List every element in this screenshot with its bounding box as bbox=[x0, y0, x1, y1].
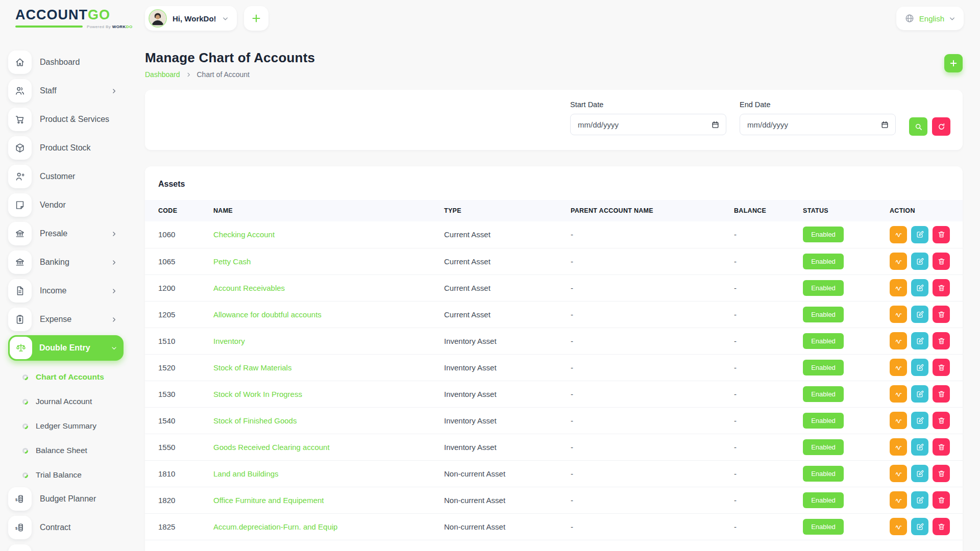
account-name-link[interactable]: Checking Account bbox=[213, 230, 275, 239]
table-row: 1820Office Furniture and EquipementNon-c… bbox=[145, 487, 963, 513]
account-name-link[interactable]: Office Furniture and Equipement bbox=[213, 496, 324, 505]
activity-button[interactable] bbox=[890, 359, 907, 376]
trash-icon bbox=[937, 496, 946, 505]
activity-button[interactable] bbox=[890, 412, 907, 429]
start-date-value[interactable] bbox=[571, 114, 726, 135]
sidebar-item-staff[interactable]: Staff bbox=[8, 79, 124, 103]
edit-button[interactable] bbox=[911, 465, 928, 482]
col-parent: PARENT ACCOUNT NAME bbox=[571, 200, 734, 221]
edit-button[interactable] bbox=[911, 253, 928, 270]
account-name-link[interactable]: Land and Buildings bbox=[213, 469, 279, 478]
activity-icon bbox=[894, 443, 903, 452]
sidebar-subitem-journal-account[interactable]: Journal Account bbox=[8, 389, 145, 414]
activity-button[interactable] bbox=[890, 465, 907, 482]
activity-button[interactable] bbox=[890, 491, 907, 509]
sidebar-item-product-stock[interactable]: Product Stock bbox=[8, 136, 124, 160]
sidebar-subitem-ledger-summary[interactable]: Ledger Summary bbox=[8, 414, 145, 438]
edit-button[interactable] bbox=[911, 359, 928, 376]
account-name-link[interactable]: Allowance for doubtful accounts bbox=[213, 310, 322, 319]
cell-balance: - bbox=[734, 460, 803, 487]
delete-button[interactable] bbox=[933, 279, 950, 296]
edit-button[interactable] bbox=[911, 518, 928, 535]
account-name-link[interactable]: Goods Received Clearing account bbox=[213, 443, 330, 452]
create-account-button[interactable] bbox=[944, 54, 963, 72]
logo-text-primary: ACCOUNT bbox=[15, 7, 88, 22]
activity-button[interactable] bbox=[890, 306, 907, 323]
edit-button[interactable] bbox=[911, 332, 928, 349]
trash-icon bbox=[937, 310, 946, 319]
edit-button[interactable] bbox=[911, 279, 928, 296]
quick-add-button[interactable] bbox=[244, 6, 268, 31]
account-name-link[interactable]: Accum.depreciation-Furn. and Equip bbox=[213, 522, 337, 531]
activity-button[interactable] bbox=[890, 518, 907, 535]
delete-button[interactable] bbox=[933, 412, 950, 429]
sidebar-item-income[interactable]: Income bbox=[8, 279, 124, 303]
cell-type: Non-current Asset bbox=[444, 513, 571, 540]
logo-underline bbox=[15, 26, 83, 28]
delete-button[interactable] bbox=[933, 518, 950, 535]
sidebar-item-expense[interactable]: Expense bbox=[8, 308, 124, 331]
start-date-input[interactable] bbox=[570, 114, 726, 135]
edit-button[interactable] bbox=[911, 412, 928, 429]
delete-button[interactable] bbox=[933, 332, 950, 349]
table-row: 1520Stock of Raw MaterialsInventory Asse… bbox=[145, 354, 963, 381]
delete-button[interactable] bbox=[933, 438, 950, 456]
calendar-icon[interactable] bbox=[711, 120, 720, 129]
sidebar-item-budget-planner[interactable]: $Budget Planner bbox=[8, 487, 124, 511]
sidebar-item-contract[interactable]: $Contract bbox=[8, 516, 124, 539]
sidebar-item-banking[interactable]: Banking bbox=[8, 251, 124, 274]
account-name-link[interactable]: Stock of Finished Goods bbox=[213, 416, 297, 425]
account-name-link[interactable]: Inventory bbox=[213, 337, 245, 345]
edit-button[interactable] bbox=[911, 385, 928, 403]
sidebar-item-double-entry[interactable]: Double Entry bbox=[8, 335, 124, 361]
sidebar-item-presale[interactable]: Presale bbox=[8, 222, 124, 245]
activity-button[interactable] bbox=[890, 385, 907, 403]
cell-type: Inventory Asset bbox=[444, 328, 571, 354]
delete-button[interactable] bbox=[933, 253, 950, 270]
delete-button[interactable] bbox=[933, 359, 950, 376]
sidebar-item-customer[interactable]: Customer bbox=[8, 165, 124, 188]
edit-button[interactable] bbox=[911, 226, 928, 243]
delete-button[interactable] bbox=[933, 491, 950, 509]
sidebar-item-dashboard[interactable]: Dashboard bbox=[8, 51, 124, 74]
status-badge: Enabled bbox=[803, 413, 844, 429]
end-date-input[interactable] bbox=[740, 114, 896, 135]
delete-button[interactable] bbox=[933, 226, 950, 243]
activity-button[interactable] bbox=[890, 438, 907, 456]
breadcrumb-dashboard-link[interactable]: Dashboard bbox=[145, 70, 180, 79]
profile-menu-button[interactable]: Hi, WorkDo! bbox=[145, 6, 237, 31]
account-name-link[interactable]: Account Receivables bbox=[213, 284, 285, 292]
sidebar-item-vendor[interactable]: Vendor bbox=[8, 193, 124, 217]
edit-button[interactable] bbox=[911, 438, 928, 456]
cell-parent: - bbox=[571, 460, 734, 487]
delete-button[interactable] bbox=[933, 306, 950, 323]
search-button[interactable] bbox=[909, 117, 927, 136]
reset-button[interactable] bbox=[932, 117, 950, 136]
cell-name: Stock of Finished Goods bbox=[213, 407, 444, 434]
end-date-value[interactable] bbox=[740, 114, 895, 135]
delete-button[interactable] bbox=[933, 385, 950, 403]
powered-by-text: Powered By WORKDO bbox=[87, 24, 133, 29]
cell-balance: - bbox=[734, 248, 803, 274]
activity-button[interactable] bbox=[890, 226, 907, 243]
sidebar-item-label: Double Entry bbox=[39, 343, 90, 353]
sidebar-subitem-label: Chart of Accounts bbox=[36, 372, 104, 382]
sidebar-item-partial[interactable] bbox=[8, 544, 124, 551]
sidebar-subitem-chart-of-accounts[interactable]: Chart of Accounts bbox=[8, 365, 145, 389]
edit-button[interactable] bbox=[911, 306, 928, 323]
sidebar-subitem-trial-balance[interactable]: Trial Balance bbox=[8, 463, 145, 487]
calendar-icon[interactable] bbox=[880, 120, 889, 129]
delete-button[interactable] bbox=[933, 465, 950, 482]
activity-button[interactable] bbox=[890, 332, 907, 349]
edit-button[interactable] bbox=[911, 491, 928, 509]
brand-logo[interactable]: ACCOUNTGO Powered By WORKDO bbox=[15, 8, 145, 29]
account-name-link[interactable]: Petty Cash bbox=[213, 257, 251, 266]
trash-icon bbox=[937, 337, 946, 345]
activity-button[interactable] bbox=[890, 253, 907, 270]
sidebar-item-product-services[interactable]: Product & Services bbox=[8, 108, 124, 131]
activity-button[interactable] bbox=[890, 279, 907, 296]
account-name-link[interactable]: Stock of Work In Progress bbox=[213, 390, 302, 398]
language-selector[interactable]: English bbox=[896, 7, 964, 30]
account-name-link[interactable]: Stock of Raw Materials bbox=[213, 363, 291, 372]
sidebar-subitem-balance-sheet[interactable]: Balance Sheet bbox=[8, 438, 145, 463]
